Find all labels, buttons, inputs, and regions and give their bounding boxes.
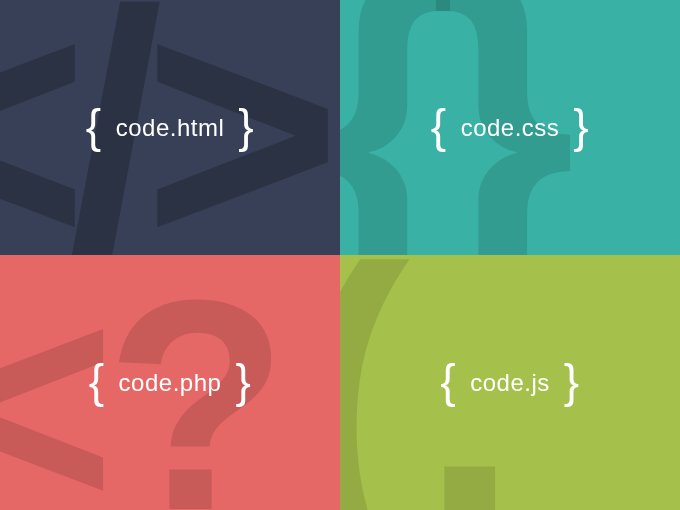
brace-left-icon: { bbox=[89, 358, 105, 404]
brace-right-icon: } bbox=[238, 103, 254, 149]
brace-left-icon: { bbox=[440, 358, 456, 404]
label-php: { code.php } bbox=[89, 360, 252, 406]
tile-php: <? { code.php } bbox=[0, 255, 340, 510]
brace-right-icon: } bbox=[573, 103, 589, 149]
label-text-php: code.php bbox=[119, 369, 222, 397]
label-text-css: code.css bbox=[461, 114, 560, 142]
label-html: { code.html } bbox=[86, 105, 254, 151]
code-tiles-grid: </> { code.html } {} { code.css } <? { c… bbox=[0, 0, 680, 510]
label-text-html: code.html bbox=[116, 114, 225, 142]
tile-html: </> { code.html } bbox=[0, 0, 340, 255]
brace-right-icon: } bbox=[235, 358, 251, 404]
brace-left-icon: { bbox=[86, 103, 102, 149]
label-css: { code.css } bbox=[431, 105, 589, 151]
brace-left-icon: { bbox=[431, 103, 447, 149]
tile-css: {} { code.css } bbox=[340, 0, 680, 255]
label-text-js: code.js bbox=[470, 369, 550, 397]
brace-right-icon: } bbox=[564, 358, 580, 404]
label-js: { code.js } bbox=[440, 360, 579, 406]
tile-js: (. { code.js } bbox=[340, 255, 680, 510]
